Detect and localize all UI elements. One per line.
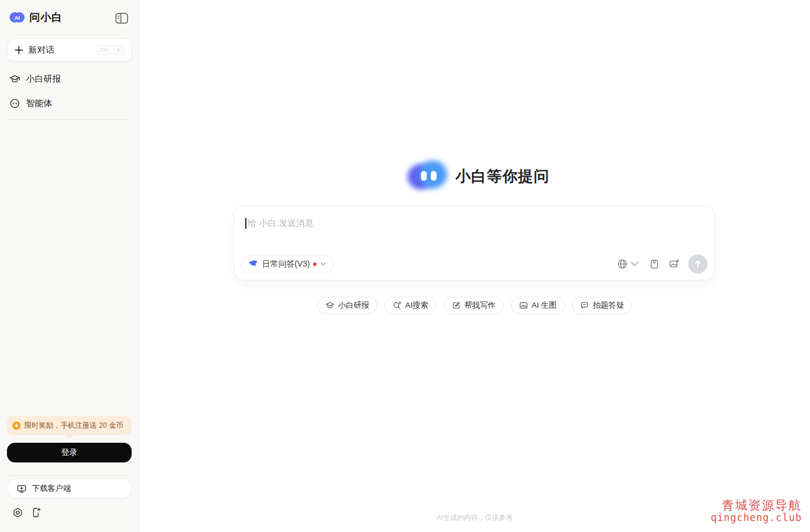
new-chat-label: 新对话 <box>28 45 55 56</box>
message-input[interactable]: 给 小白 发送消息 日常问答(V3) <box>234 206 715 280</box>
graduation-cap-icon <box>325 301 335 310</box>
sidebar-divider <box>7 475 132 476</box>
coin-icon <box>12 421 21 430</box>
chat-bubble-icon <box>580 301 589 310</box>
chip-label: 帮我写作 <box>464 300 496 311</box>
kbd-k: K <box>114 45 124 55</box>
robot-face-icon <box>9 98 20 109</box>
svg-text:AI: AI <box>14 14 20 21</box>
composer-actions <box>617 254 707 274</box>
new-chat-button[interactable]: 新对话 Ctrl K <box>7 38 132 61</box>
watermark-title: 青城资源导航 <box>711 498 802 512</box>
kbd-ctrl: Ctrl <box>97 45 111 55</box>
chevron-down-icon <box>629 258 640 269</box>
sidebar: AI 问小白 新对话 Ctrl K 小白 <box>0 0 139 532</box>
upload-image-button[interactable] <box>669 258 680 269</box>
sidebar-divider <box>7 119 132 120</box>
send-button[interactable] <box>688 254 707 274</box>
greeting-row: 小白等你提问 <box>139 160 810 192</box>
graduation-cap-icon <box>9 74 20 85</box>
attach-file-button[interactable] <box>649 258 660 269</box>
app-logo: AI 问小白 <box>9 10 63 24</box>
download-client-label: 下载客户端 <box>32 483 71 494</box>
whale-icon <box>248 258 259 269</box>
reward-banner-text: 限时奖励，手机注册送 20 金币 <box>24 421 124 431</box>
app-window: AI 问小白 新对话 Ctrl K 小白 <box>0 0 810 532</box>
chip-ai-search[interactable]: AI搜索 <box>384 297 437 314</box>
chip-label: 小白研报 <box>338 300 369 311</box>
suggestion-chips: 小白研报 AI搜索 帮我写作 <box>139 297 810 314</box>
chip-write[interactable]: 帮我写作 <box>444 297 504 314</box>
chip-label: AI搜索 <box>405 300 428 311</box>
sidebar-item-research[interactable]: 小白研报 <box>9 68 132 89</box>
ai-cloud-logo-icon: AI <box>9 10 25 24</box>
shortcut-badges: Ctrl K <box>97 45 124 55</box>
image-icon <box>519 301 528 310</box>
chip-research[interactable]: 小白研报 <box>317 297 377 314</box>
input-placeholder-row: 给 小白 发送消息 <box>245 218 314 229</box>
web-access-button[interactable] <box>617 258 640 269</box>
model-status-dot <box>313 263 317 266</box>
sidebar-collapse-icon[interactable] <box>115 13 128 24</box>
login-label: 登录 <box>61 447 78 458</box>
monitor-download-icon <box>17 484 27 494</box>
search-plus-icon <box>393 301 402 310</box>
sidebar-item-agents[interactable]: 智能体 <box>9 93 132 114</box>
chevron-down-icon <box>320 261 326 267</box>
text-caret <box>245 218 246 229</box>
download-client-button[interactable]: 下载客户端 <box>7 479 132 498</box>
clipboard-icon <box>649 258 660 269</box>
page-title: 小白等你提问 <box>456 166 550 187</box>
input-placeholder: 给 小白 发送消息 <box>248 218 314 229</box>
chip-label: AI 生图 <box>532 300 557 311</box>
blue-blob-mascot-icon <box>407 160 448 192</box>
ai-disclaimer: AI生成的内容，仅供参考 <box>139 513 810 523</box>
phone-plus-icon[interactable] <box>31 507 42 518</box>
plus-icon <box>14 46 23 54</box>
model-selector[interactable]: 日常问答(V3) <box>241 255 334 274</box>
composer-toolbar: 日常问答(V3) <box>241 254 707 274</box>
globe-icon <box>617 258 628 269</box>
app-title: 问小白 <box>30 10 63 24</box>
image-plus-icon <box>669 258 680 269</box>
chip-photo-solve[interactable]: 拍题答疑 <box>572 297 632 314</box>
main-area: 小白等你提问 给 小白 发送消息 日常问答(V3) <box>139 0 810 532</box>
sidebar-item-label: 小白研报 <box>26 74 61 85</box>
edit-square-icon <box>452 301 461 310</box>
chip-ai-image[interactable]: AI 生图 <box>511 297 565 314</box>
model-selector-label: 日常问答(V3) <box>262 259 310 269</box>
chip-label: 拍题答疑 <box>593 300 624 311</box>
login-button[interactable]: 登录 <box>7 443 132 462</box>
sidebar-item-label: 智能体 <box>26 98 52 109</box>
settings-gear-icon[interactable] <box>12 507 23 518</box>
arrow-up-icon <box>693 260 702 268</box>
